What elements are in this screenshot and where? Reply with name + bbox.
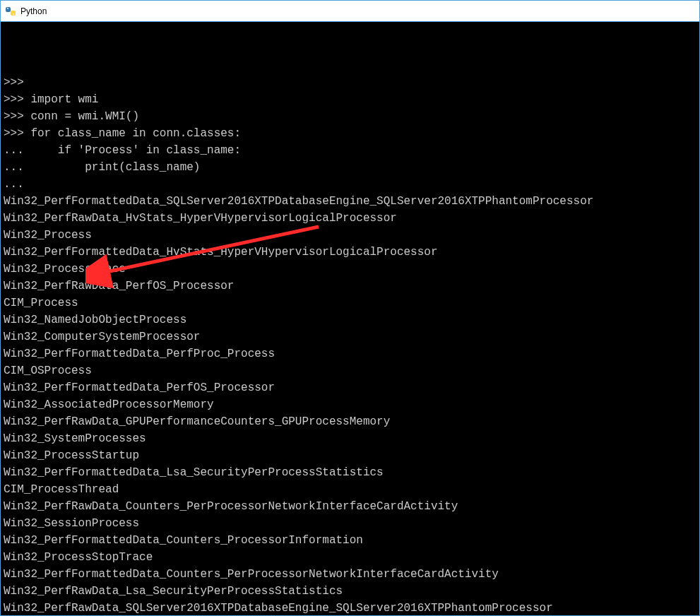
console-line: CIM_OSProcess: [4, 362, 696, 379]
console-line: Win32_SystemProcesses: [4, 430, 696, 447]
console-line: ...: [4, 176, 696, 193]
console-line: Win32_PerfRawData_HvStats_HyperVHypervis…: [4, 210, 696, 227]
console-line: Win32_PerfFormattedData_HvStats_HyperVHy…: [4, 244, 696, 261]
svg-point-2: [7, 8, 8, 9]
console-line: Win32_PerfRawData_Lsa_SecurityPerProcess…: [4, 583, 696, 600]
window-title: Python: [20, 6, 47, 16]
console-line: Win32_ComputerSystemProcessor: [4, 328, 696, 345]
console-line: Win32_PerfFormattedData_SQLServer2016XTP…: [4, 193, 696, 210]
svg-rect-1: [11, 11, 16, 16]
console-line: Win32_PerfFormattedData_PerfProc_Process: [4, 345, 696, 362]
console-line: Win32_PerfRawData_SQLServer2016XTPDataba…: [4, 600, 696, 615]
console-line: Win32_PerfRawData_Counters_PerProcessorN…: [4, 498, 696, 515]
python-console-window: Python >>>>>> import wmi>>> conn = wmi.W…: [0, 0, 700, 616]
console-line: Win32_PerfFormattedData_PerfOS_Processor: [4, 379, 696, 396]
console-line: >>>: [4, 74, 696, 91]
console-line: ... if 'Process' in class_name:: [4, 142, 696, 159]
console-line: ... print(class_name): [4, 159, 696, 176]
console-line: Win32_Process: [4, 227, 696, 244]
console-line: Win32_PerfRawData_GPUPerformanceCounters…: [4, 413, 696, 430]
python-icon: [5, 6, 16, 17]
svg-rect-0: [6, 7, 11, 12]
console-line: Win32_PerfFormattedData_Counters_Process…: [4, 532, 696, 549]
svg-point-3: [13, 13, 14, 15]
titlebar[interactable]: Python: [1, 1, 699, 22]
console-line: Win32_PerfRawData_PerfOS_Processor: [4, 278, 696, 295]
console-line: Win32_PerfFormattedData_Counters_PerProc…: [4, 566, 696, 583]
console-line: CIM_Process: [4, 295, 696, 312]
console-line: Win32_PerfFormattedData_Lsa_SecurityPerP…: [4, 464, 696, 481]
console-line: CIM_ProcessThread: [4, 481, 696, 498]
console-line: Win32_AssociatedProcessorMemory: [4, 396, 696, 413]
console-line: Win32_NamedJobObjectProcess: [4, 312, 696, 328]
console-line: Win32_ProcessStopTrace: [4, 549, 696, 566]
console-line: Win32_ProcessTrace: [4, 261, 696, 278]
console-line: >>> conn = wmi.WMI(): [4, 108, 696, 125]
console-line: Win32_ProcessStartup: [4, 447, 696, 464]
console-line: >>> import wmi: [4, 91, 696, 108]
console-output[interactable]: >>>>>> import wmi>>> conn = wmi.WMI()>>>…: [1, 22, 699, 615]
console-line: >>> for class_name in conn.classes:: [4, 125, 696, 142]
console-line: Win32_SessionProcess: [4, 515, 696, 532]
